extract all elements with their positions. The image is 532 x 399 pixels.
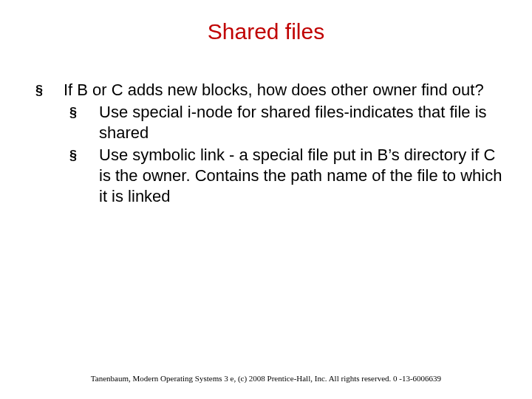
bullet-text: If B or C adds new blocks, how does othe… xyxy=(64,80,484,100)
bullet-text: Use special i-node for shared files-indi… xyxy=(99,102,502,143)
sub-bullets: § Use special i-node for shared files-in… xyxy=(35,102,502,207)
bullet-level-1: § If B or C adds new blocks, how does ot… xyxy=(35,80,502,100)
footer-citation: Tanenbaum, Modern Operating Systems 3 e,… xyxy=(0,374,532,383)
bullet-level-2: § Use special i-node for shared files-in… xyxy=(64,102,502,143)
bullet-text: Use symbolic link - a special file put i… xyxy=(99,145,502,207)
slide-title: Shared files xyxy=(22,19,510,44)
section-icon: § xyxy=(64,145,99,166)
bullet-level-2: § Use symbolic link - a special file put… xyxy=(64,145,502,207)
section-icon: § xyxy=(35,80,64,100)
slide: Shared files § If B or C adds new blocks… xyxy=(0,0,532,399)
section-icon: § xyxy=(64,102,99,123)
slide-content: § If B or C adds new blocks, how does ot… xyxy=(22,80,510,207)
